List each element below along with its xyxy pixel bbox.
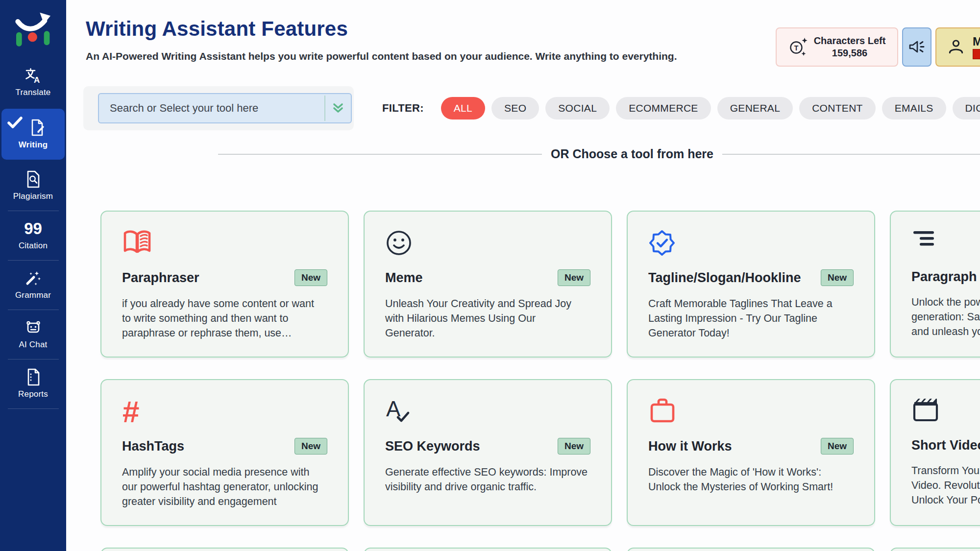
sidebar-item-citation[interactable]: 99 Citation bbox=[0, 211, 66, 260]
sidebar-item-label: Translate bbox=[0, 88, 66, 97]
filter-chip-seo[interactable]: SEO bbox=[491, 97, 539, 120]
new-badge: New bbox=[294, 438, 327, 455]
sidebar-item-reports[interactable]: Reports bbox=[0, 359, 66, 408]
sidebar-item-label: Writing bbox=[1, 140, 65, 150]
sidebar-item-label: Grammar bbox=[0, 290, 66, 300]
card-title: Short Video S bbox=[911, 438, 980, 453]
sidebar-item-label: Plagiarism bbox=[0, 192, 66, 201]
account-button[interactable]: M bbox=[935, 27, 980, 67]
card-description: if you already have some content or want… bbox=[122, 296, 327, 340]
sidebar-item-writing[interactable]: Writing bbox=[1, 109, 65, 160]
paragraph-lines-icon bbox=[911, 229, 936, 249]
characters-left-label: Characters Left bbox=[814, 35, 886, 47]
card-title: Paragraph bbox=[911, 269, 977, 285]
plagiarism-icon bbox=[25, 170, 42, 189]
writing-icon bbox=[28, 119, 46, 137]
clapperboard-icon bbox=[911, 398, 940, 422]
briefcase-icon bbox=[648, 398, 677, 424]
tool-search-input[interactable] bbox=[99, 94, 324, 122]
filter-chip-digital[interactable]: DIGITAL bbox=[953, 97, 980, 120]
card-title: Paraphraser bbox=[122, 270, 199, 286]
new-badge: New bbox=[558, 438, 590, 455]
tool-card-how-it-works[interactable]: How it Works New Discover the Magic of '… bbox=[627, 379, 875, 526]
sidebar-item-label: Citation bbox=[0, 241, 66, 251]
svg-text:A: A bbox=[34, 75, 40, 84]
new-badge: New bbox=[294, 269, 327, 286]
new-badge: New bbox=[821, 438, 854, 455]
account-label: M bbox=[973, 35, 980, 48]
report-document-icon bbox=[25, 368, 42, 386]
app-logo[interactable] bbox=[0, 0, 66, 58]
chevron-double-down-icon[interactable] bbox=[325, 102, 351, 115]
page-subtitle: An AI-Powered Writing Assistant helps yo… bbox=[86, 50, 677, 62]
smiley-icon bbox=[385, 229, 413, 257]
citation-quotes-icon: 99 bbox=[0, 219, 66, 238]
account-red-badge bbox=[973, 49, 980, 59]
sidebar-item-ai-chat[interactable]: AI Chat bbox=[0, 310, 66, 359]
tool-card-paragraph[interactable]: Paragraph Unlock the pow generation: Say… bbox=[890, 211, 980, 358]
sidebar-item-translate[interactable]: A Translate bbox=[0, 58, 66, 107]
new-badge: New bbox=[821, 269, 854, 286]
card-description: Generate effective SEO keywords: Improve… bbox=[385, 465, 590, 494]
logo-icon bbox=[9, 6, 58, 51]
tool-card-stub[interactable] bbox=[890, 548, 980, 551]
card-title: How it Works bbox=[648, 439, 732, 454]
tool-card-meme[interactable]: Meme New Unleash Your Creativity and Spr… bbox=[364, 211, 612, 358]
tool-card-paraphraser[interactable]: Paraphraser New if you already have some… bbox=[100, 211, 349, 358]
tool-card-hashtags[interactable]: # HashTags New Amplify your social media… bbox=[100, 379, 349, 526]
characters-left-badge: T Characters Left 159,586 bbox=[776, 27, 898, 67]
tool-card-seo-keywords[interactable]: A SEO Keywords New Generate effective SE… bbox=[364, 379, 612, 526]
tool-search bbox=[98, 93, 352, 123]
translate-icon: A bbox=[24, 67, 42, 84]
filter-chip-all[interactable]: ALL bbox=[441, 97, 485, 120]
card-title: SEO Keywords bbox=[385, 439, 480, 454]
tool-card-tagline[interactable]: Tagline/Slogan/Hookline New Craft Memora… bbox=[627, 211, 875, 358]
robot-icon bbox=[24, 319, 43, 336]
seal-check-icon bbox=[648, 229, 676, 257]
magic-wand-icon bbox=[24, 269, 42, 287]
tool-card-stub[interactable] bbox=[364, 548, 612, 551]
svg-text:T: T bbox=[794, 44, 798, 52]
card-description: Unlock the pow generation: Say and unlea… bbox=[911, 295, 980, 339]
tool-card-short-video[interactable]: Short Video S Transform Your Video. Revo… bbox=[890, 379, 980, 526]
character-count-icon: T bbox=[788, 36, 809, 58]
search-divider bbox=[324, 96, 325, 121]
sidebar-item-plagiarism[interactable]: Plagiarism bbox=[0, 162, 66, 211]
sidebar-item-label: AI Chat bbox=[0, 340, 66, 350]
filter-chip-social[interactable]: SOCIAL bbox=[545, 97, 610, 120]
sidebar-nav: A Translate Writing Plagiarism bbox=[0, 58, 66, 409]
card-description: Amplify your social media presence with … bbox=[122, 465, 327, 509]
spellcheck-icon: A bbox=[385, 398, 413, 425]
sidebar-divider bbox=[8, 408, 59, 409]
divider-text: OR Choose a tool from here bbox=[551, 147, 713, 161]
main-content: Writing Assistant Features An AI-Powered… bbox=[66, 0, 980, 551]
card-title: Tagline/Slogan/Hookline bbox=[648, 270, 801, 286]
card-title: HashTags bbox=[122, 439, 184, 454]
sidebar: A Translate Writing Plagiarism bbox=[0, 0, 66, 551]
characters-left-value: 159,586 bbox=[814, 47, 886, 59]
choose-tool-divider: OR Choose a tool from here bbox=[218, 147, 980, 161]
card-description: Transform Your Video. Revoluti Unlock Yo… bbox=[911, 463, 980, 507]
page-title: Writing Assistant Features bbox=[86, 17, 348, 41]
filter-bar: FILTER: ALL SEO SOCIAL ECOMMERCE GENERAL… bbox=[382, 97, 980, 120]
checkmark-icon bbox=[7, 117, 23, 129]
card-description: Craft Memorable Taglines That Leave a La… bbox=[648, 296, 854, 340]
divider-line bbox=[722, 154, 980, 155]
filter-chip-content[interactable]: CONTENT bbox=[799, 97, 876, 120]
megaphone-icon bbox=[907, 38, 926, 56]
card-description: Discover the Magic of 'How it Works': Un… bbox=[648, 465, 854, 494]
filter-chip-general[interactable]: GENERAL bbox=[717, 97, 793, 120]
announcements-button[interactable] bbox=[902, 27, 931, 67]
hashtag-icon: # bbox=[122, 398, 139, 426]
filter-chip-ecommerce[interactable]: ECOMMERCE bbox=[616, 97, 711, 120]
tool-card-stub[interactable] bbox=[627, 548, 875, 551]
tool-card-stub[interactable] bbox=[100, 548, 349, 551]
tool-search-panel bbox=[83, 86, 354, 130]
sidebar-item-grammar[interactable]: Grammar bbox=[0, 261, 66, 310]
new-badge: New bbox=[558, 269, 590, 286]
divider-line bbox=[218, 154, 542, 155]
card-description: Unleash Your Creativity and Spread Joy w… bbox=[385, 296, 590, 340]
filter-label: FILTER: bbox=[382, 102, 424, 115]
filter-chip-emails[interactable]: EMAILS bbox=[882, 97, 946, 120]
open-book-icon bbox=[122, 229, 152, 255]
